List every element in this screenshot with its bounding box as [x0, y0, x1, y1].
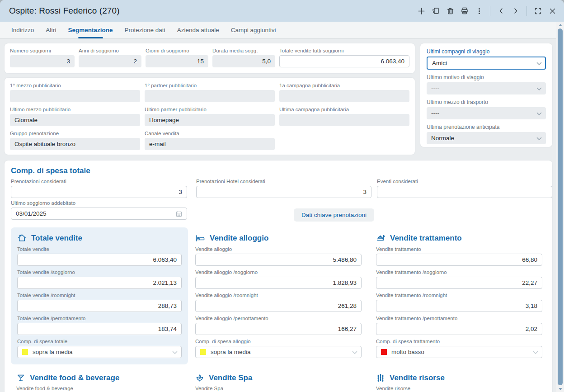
vendite-alloggio-soggiorno-input[interactable]: 1.828,93 [195, 277, 362, 289]
field-totale-vendite: Totale vendite 6.063,40 [17, 246, 182, 266]
vendite-food-beverage-section: Vendite food & beverage Vendite food & b… [16, 373, 183, 392]
vendite-trattamento-soggiorno-input[interactable]: 22,27 [376, 277, 542, 289]
field-totale-vendite-soggiorno: Totale vendite /soggiorno 2.021,13 [17, 269, 182, 289]
field-comp-spesa-totale: Comp. di spesa totale sopra la media [17, 339, 182, 358]
totale-vendite-section: Totale vendite Totale vendite 6.063,40 T… [11, 227, 188, 364]
mezzo-trasporto-select[interactable]: ---- [427, 107, 546, 119]
status-color-swatch [22, 349, 28, 355]
field-prenotazioni-considerati: Prenotazioni considerati 3 [11, 179, 187, 198]
field-vendite-trattamento-soggiorno: Vendite trattamento /soggiorno 22,27 [376, 269, 542, 289]
field-numero-soggiorni: Numero soggiorni 3 [10, 48, 75, 69]
field-label: Ultimo mezzo pubblicitario [10, 107, 140, 112]
primo-partner-input[interactable] [145, 90, 275, 102]
tab-azienda-attuale[interactable]: Azienda attuale [171, 22, 225, 38]
spa-icon [195, 373, 204, 383]
vendite-trattamento-pernottamento-input[interactable]: 2,02 [376, 323, 542, 335]
field-label: Totale vendite tutti soggiorni [279, 48, 409, 53]
comp-spesa-trattamento-select[interactable]: molto basso [376, 346, 542, 358]
ultimo-partner-input[interactable]: Homepage [145, 114, 275, 126]
key-booking-data-button[interactable]: Dati chiave prenotazioni [294, 208, 374, 222]
add-button[interactable] [414, 4, 428, 18]
field-label: Ultimo motivo di viaggio [427, 74, 546, 80]
chevron-down-icon [536, 59, 542, 67]
vendite-trattamento-section: Vendite trattamento Vendite trattamento … [376, 233, 542, 362]
section-title: Vendite food & beverage [30, 373, 119, 383]
vendite-risorse-section: Vendite risorse Vendite risorse [376, 373, 542, 392]
field-label: 1a campagna pubblicitaria [279, 83, 409, 88]
comp-spesa-totale-select[interactable]: sopra la media [17, 346, 182, 358]
ultimo-mezzo-input[interactable]: Giornale [10, 114, 140, 126]
copy-icon [432, 7, 440, 15]
field-vendite-alloggio: Vendite alloggio 5.486,80 [195, 246, 362, 266]
prenotazioni-hotel-input[interactable]: 3 [196, 186, 371, 198]
scroll-down-arrow[interactable] [556, 386, 564, 392]
field-giorni-soggiorno: Giorni di soggiorno 15 [146, 48, 208, 69]
calendar-icon[interactable] [176, 211, 182, 217]
field-vendite-trattamento-pernottamento: Vendite trattamento /pernottamento 2,02 [376, 316, 542, 335]
next-record-button[interactable] [508, 4, 523, 18]
motivo-viaggio-select[interactable]: ---- [427, 82, 546, 94]
compagni-viaggio-select[interactable]: Amici [427, 57, 546, 70]
stay-stats-card: Numero soggiorni 3 Anni di soggiorno 2 G… [5, 43, 415, 73]
prenotazioni-considerati-input[interactable]: 3 [11, 186, 187, 198]
vendite-alloggio-input[interactable]: 5.486,80 [195, 254, 362, 266]
field-label: Vendite food & beverage [16, 386, 183, 391]
date-input[interactable]: 03/01/2025 [11, 208, 187, 220]
field-totale-vendite-roomnight: Totale vendite /roomnight 288,73 [17, 293, 182, 312]
primo-mezzo-input[interactable] [10, 90, 140, 102]
field-label: Ultima campagna pubblicitaria [279, 107, 409, 112]
field-label: Prenotazioni Hotel considerati [196, 179, 371, 184]
delete-button[interactable] [443, 4, 457, 18]
vertical-scrollbar[interactable] [556, 22, 564, 392]
field-prenotazioni-hotel: Prenotazioni Hotel considerati 3 [196, 179, 371, 198]
totale-vendite-roomnight-input[interactable]: 288,73 [17, 300, 182, 312]
totale-vendite-tutti-input[interactable]: 6.063,40 [279, 55, 409, 67]
vendite-trattamento-roomnight-input[interactable]: 3,18 [376, 300, 542, 312]
advertising-card: 1° mezzo pubblicitario 1° partner pubbli… [5, 78, 415, 155]
scroll-up-arrow[interactable] [556, 22, 564, 28]
field-label: Anni di soggiorno [79, 48, 141, 53]
field-durata-media: Durata media sogg. 5,0 [212, 48, 275, 69]
vendite-alloggio-section: Vendite alloggio Vendite alloggio 5.486,… [195, 233, 362, 362]
totale-vendite-soggiorno-input[interactable]: 2.021,13 [17, 277, 182, 289]
plus-icon [418, 7, 425, 15]
comp-spesa-alloggio-select[interactable]: sopra la media [195, 346, 362, 358]
chevron-down-icon [533, 348, 538, 356]
field-totale-vendite-tutti: Totale vendite tutti soggiorni 6.063,40 [279, 48, 409, 69]
vendite-trattamento-input[interactable]: 66,80 [376, 254, 542, 266]
chevron-right-icon [512, 8, 519, 14]
ultima-campagna-input[interactable] [279, 114, 409, 126]
field-ultimo-partner-pubblicitario: Ultimo partner pubblicitario Homepage [145, 107, 275, 126]
prenotazione-anticipata-select[interactable]: Normale [427, 132, 546, 144]
totale-vendite-pernottamento-input[interactable]: 183,74 [17, 323, 182, 335]
field-label: Numero soggiorni [10, 48, 75, 53]
previous-record-button[interactable] [494, 4, 508, 18]
printer-icon [461, 7, 469, 15]
giorni-soggiorno-input[interactable]: 15 [146, 55, 208, 67]
prima-campagna-input[interactable] [279, 90, 409, 102]
duplicate-button[interactable] [428, 4, 443, 18]
field-label: Giorni di soggiorno [146, 48, 208, 53]
toolbar-separator [526, 6, 527, 16]
tab-altri[interactable]: Altri [40, 22, 62, 38]
tab-indirizzo[interactable]: Indirizzo [5, 22, 40, 38]
tab-segmentazione[interactable]: Segmentazione [62, 22, 119, 38]
close-button[interactable] [545, 4, 559, 18]
numero-soggiorni-input[interactable]: 3 [10, 55, 75, 67]
gruppo-prenotazione-input[interactable]: Ospite abituale bronzo [10, 138, 140, 150]
fullscreen-button[interactable] [531, 4, 545, 18]
status-color-swatch [381, 349, 387, 355]
totale-vendite-input[interactable]: 6.063,40 [17, 254, 182, 266]
field-prenotazione-anticipata: Ultima prenotazione anticipata Normale [427, 124, 546, 144]
tab-campi-aggiuntivi[interactable]: Campi aggiuntivi [225, 22, 282, 38]
more-options-button[interactable] [472, 4, 486, 18]
vendite-alloggio-roomnight-input[interactable]: 261,28 [195, 300, 362, 312]
scrollbar-thumb[interactable] [558, 28, 563, 385]
eventi-considerati-input[interactable] [377, 186, 552, 198]
canale-vendita-input[interactable]: e-mail [145, 138, 275, 150]
vendite-alloggio-pernottamento-input[interactable]: 166,27 [195, 323, 362, 335]
anni-soggiorno-input[interactable]: 2 [79, 55, 141, 67]
print-button[interactable] [457, 4, 472, 18]
durata-media-input[interactable]: 5,0 [212, 55, 275, 67]
tab-protezione-dati[interactable]: Protezione dati [119, 22, 171, 38]
